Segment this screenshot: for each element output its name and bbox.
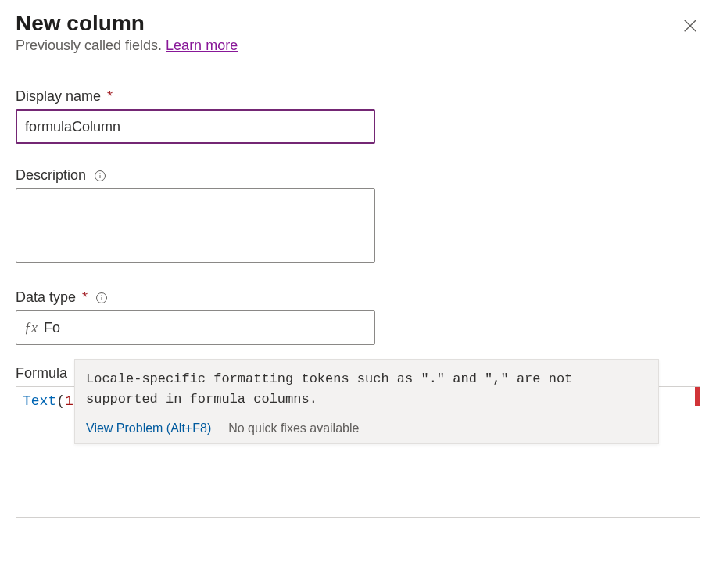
formula-label-text: Formula: [16, 365, 67, 382]
svg-point-4: [99, 173, 100, 174]
problem-tooltip: Locale-specific formatting tokens such a…: [74, 359, 659, 444]
data-type-field: Data type * ƒx Fo: [16, 289, 700, 345]
description-input[interactable]: [16, 188, 375, 263]
required-indicator: *: [82, 289, 88, 306]
formula-token-number: 1: [65, 393, 73, 409]
display-name-input[interactable]: [16, 109, 375, 144]
tooltip-message: Locale-specific formatting tokens such a…: [86, 369, 647, 411]
subtitle-text: Previously called fields.: [16, 38, 166, 53]
display-name-label: Display name *: [16, 88, 700, 105]
data-type-label-text: Data type: [16, 289, 76, 306]
no-fixes-text: No quick fixes available: [228, 421, 359, 436]
error-marker: [695, 387, 700, 406]
description-label: Description: [16, 167, 700, 184]
required-indicator: *: [107, 88, 113, 105]
formula-token-paren: (: [56, 393, 65, 409]
info-icon[interactable]: [94, 170, 106, 182]
formula-token-function: Text: [23, 393, 56, 409]
display-name-label-text: Display name: [16, 88, 101, 105]
close-button[interactable]: [682, 17, 699, 34]
panel-subtitle: Previously called fields. Learn more: [16, 38, 700, 54]
data-type-value: Fo: [44, 320, 60, 336]
data-type-select[interactable]: ƒx Fo: [16, 310, 375, 345]
description-label-text: Description: [16, 167, 86, 184]
description-field: Description: [16, 167, 700, 266]
info-icon[interactable]: [95, 292, 108, 304]
panel-title: New column: [16, 11, 700, 36]
data-type-label: Data type *: [16, 289, 700, 306]
fx-icon: ƒx: [24, 320, 38, 336]
learn-more-link[interactable]: Learn more: [166, 38, 238, 53]
svg-point-7: [101, 295, 102, 296]
view-problem-link[interactable]: View Problem (Alt+F8): [86, 421, 211, 436]
display-name-field: Display name *: [16, 88, 700, 144]
